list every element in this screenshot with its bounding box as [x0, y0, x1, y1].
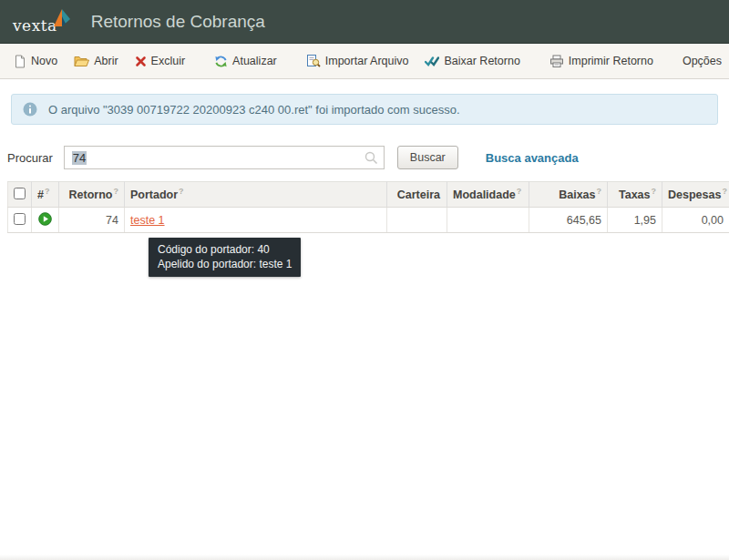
tooltip-line: Código do portador: 40: [158, 242, 292, 257]
search-row: Procurar 74 Buscar Busca avançada: [0, 145, 729, 170]
options-button-label: Opções: [683, 55, 722, 67]
sort-marker: ?: [597, 187, 602, 196]
refresh-button[interactable]: Atualizar: [208, 51, 283, 72]
vexta-logo: vexta: [13, 9, 71, 34]
vexta-logo-mark-icon: [54, 9, 71, 28]
new-document-icon: [14, 55, 26, 68]
sort-marker: ?: [517, 187, 522, 196]
column-header-baixas[interactable]: Baixas?: [529, 182, 608, 208]
portador-link[interactable]: teste 1: [130, 214, 165, 227]
sort-marker: ?: [114, 187, 119, 196]
column-header-retorno[interactable]: Retorno?: [59, 182, 125, 208]
download-return-button[interactable]: Baixar Retorno: [418, 51, 526, 71]
cell-carteira: [387, 208, 447, 233]
sort-marker: ?: [722, 187, 727, 196]
select-all-checkbox[interactable]: [14, 188, 26, 199]
print-return-button[interactable]: Imprimir Retorno: [543, 51, 660, 72]
cell-portador: teste 1: [125, 208, 387, 233]
column-header-modalidade[interactable]: Modalidade?: [447, 182, 529, 208]
delete-x-icon: [135, 56, 147, 67]
sort-marker: ?: [652, 187, 657, 196]
bottom-edge: [0, 555, 729, 560]
open-folder-icon: [74, 55, 89, 67]
info-icon: [23, 102, 37, 117]
tooltip-line: Apelido do portador: teste 1: [158, 257, 292, 271]
page-title: Retornos de Cobrança: [91, 12, 265, 32]
notification-message: O arquivo "3039 00719722 20200923 c240 0…: [48, 103, 460, 117]
new-button-label: Novo: [31, 55, 57, 67]
cell-despesas: 0,00: [662, 208, 729, 233]
search-input[interactable]: 74: [64, 146, 385, 169]
column-header-taxas[interactable]: Taxas?: [608, 182, 662, 208]
cell-taxas: 1,95: [608, 208, 662, 233]
print-return-button-label: Imprimir Retorno: [569, 55, 653, 67]
results-table: #? Retorno? Portador? Carteira Modalidad…: [7, 181, 729, 233]
row-expand-cell: [32, 208, 59, 233]
table-header-row: #? Retorno? Portador? Carteira Modalidad…: [8, 182, 729, 208]
toolbar: Novo Abrir Excluir Atualizar I: [0, 44, 729, 79]
app-header: vexta Retornos de Cobrança: [0, 0, 729, 44]
vexta-logo-text: vexta: [13, 18, 57, 34]
search-button[interactable]: Buscar: [397, 146, 458, 169]
search-label: Procurar: [7, 151, 53, 165]
refresh-icon: [214, 55, 228, 68]
content-area: O arquivo "3039 00719722 20200923 c240 0…: [0, 79, 729, 233]
column-header-despesas[interactable]: Despesas?: [662, 182, 729, 208]
cell-baixas: 645,65: [529, 208, 608, 233]
table-row: 74 teste 1 645,65 1,95 0,00: [8, 208, 729, 233]
printer-icon: [549, 55, 564, 68]
import-file-button-label: Importar Arquivo: [325, 55, 409, 67]
column-header-num[interactable]: #?: [32, 182, 59, 208]
open-button-label: Abrir: [94, 55, 118, 67]
select-all-header: [8, 182, 32, 208]
new-button[interactable]: Novo: [7, 51, 64, 72]
sort-marker: ?: [45, 187, 50, 196]
play-icon[interactable]: [38, 212, 52, 226]
open-button[interactable]: Abrir: [67, 51, 124, 71]
app-window: vexta Retornos de Cobrança Novo Abrir: [0, 0, 729, 233]
sort-marker: ?: [179, 187, 184, 196]
search-input-value: 74: [72, 151, 87, 165]
column-header-carteira[interactable]: Carteira: [387, 182, 447, 208]
refresh-button-label: Atualizar: [232, 55, 277, 67]
advanced-search-link[interactable]: Busca avançada: [486, 151, 579, 165]
row-checkbox[interactable]: [14, 213, 26, 225]
cell-retorno: 74: [59, 208, 125, 233]
cell-modalidade: [447, 208, 529, 233]
portador-tooltip: Código do portador: 40 Apelido do portad…: [149, 238, 301, 277]
import-file-icon: [306, 54, 321, 68]
success-notification: O arquivo "3039 00719722 20200923 c240 0…: [11, 94, 718, 125]
delete-button-label: Excluir: [151, 55, 186, 67]
import-file-button[interactable]: Importar Arquivo: [300, 50, 416, 72]
column-header-portador[interactable]: Portador?: [125, 182, 387, 208]
options-button[interactable]: Opções ∨: [676, 51, 729, 71]
delete-button[interactable]: Excluir: [128, 51, 192, 71]
double-check-icon: [425, 56, 439, 67]
download-return-button-label: Baixar Retorno: [444, 55, 519, 67]
magnifier-icon: [364, 151, 378, 168]
